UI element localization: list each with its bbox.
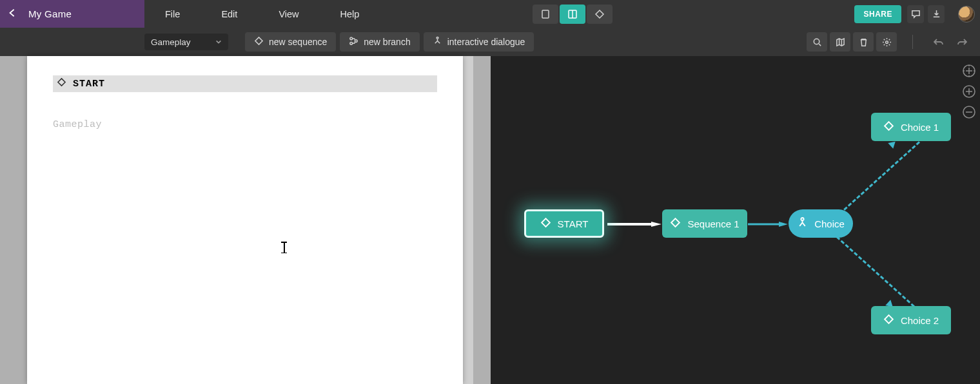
zoom-controls: [962, 64, 976, 119]
settings-button[interactable]: [876, 32, 897, 52]
map-button[interactable]: [830, 32, 850, 52]
scene-dropdown-value: Gameplay: [151, 37, 191, 47]
node-choice[interactable]: Choice: [789, 209, 853, 238]
editor-scrollbar[interactable]: [463, 56, 473, 384]
undo-button[interactable]: [932, 35, 945, 48]
start-label: START: [73, 79, 105, 90]
diamond-icon: [883, 314, 894, 327]
back-section: My Game: [0, 0, 144, 28]
layout-split-button[interactable]: [560, 5, 585, 24]
interactive-dialogue-button[interactable]: interactive dialogue: [424, 32, 534, 52]
user-avatar[interactable]: [958, 6, 975, 23]
diamond-icon: [883, 120, 894, 133]
interactive-dialogue-label: interactive dialogue: [447, 37, 525, 47]
diamond-icon: [670, 217, 681, 230]
svg-point-8: [885, 41, 888, 43]
node-start-label: START: [558, 218, 589, 229]
layout-diamond-button[interactable]: [587, 5, 612, 24]
comment-icon[interactable]: [907, 5, 924, 23]
delete-button[interactable]: [853, 32, 874, 52]
node-choice-label: Choice: [814, 218, 845, 229]
svg-marker-12: [779, 222, 788, 227]
menu-help[interactable]: Help: [320, 0, 380, 28]
arrow-start-to-seq: [607, 222, 662, 227]
menu-edit[interactable]: Edit: [201, 0, 258, 28]
node-choice-2-label: Choice 2: [901, 315, 939, 326]
node-choice-2[interactable]: Choice 2: [871, 306, 951, 334]
new-branch-label: new branch: [364, 37, 410, 47]
node-choice-1[interactable]: Choice 1: [871, 113, 951, 141]
share-button[interactable]: SHARE: [854, 5, 901, 23]
menu-bar: File Edit View Help: [144, 0, 380, 28]
svg-point-7: [814, 39, 819, 44]
title-bar: My Game File Edit View Help SHARE: [0, 0, 980, 28]
svg-point-6: [436, 37, 438, 39]
arrow-choice-to-c2: [832, 232, 919, 311]
scene-dropdown[interactable]: Gameplay: [144, 34, 228, 50]
diamond-icon: [254, 36, 264, 48]
diamond-icon: [540, 217, 551, 230]
back-icon[interactable]: [8, 8, 17, 20]
start-heading[interactable]: START: [53, 75, 437, 92]
script-page[interactable]: START Gameplay: [27, 56, 463, 384]
branch-icon: [797, 217, 808, 230]
node-start[interactable]: START: [524, 209, 604, 238]
svg-rect-0: [542, 10, 549, 18]
new-sequence-button[interactable]: new sequence: [245, 32, 336, 52]
toolbar: Gameplay new sequence new branch interac…: [0, 28, 980, 56]
new-branch-button[interactable]: new branch: [340, 32, 419, 52]
text-cursor: [284, 242, 284, 253]
node-choice-1-label: Choice 1: [901, 122, 939, 133]
main-area: START Gameplay START Sequence 1 Choice: [0, 56, 980, 384]
graph-pane[interactable]: START Sequence 1 Choice Choice 1 Choice …: [491, 56, 980, 384]
svg-point-3: [350, 37, 353, 40]
editor-pane: START Gameplay: [0, 56, 491, 384]
arrow-seq-to-choice: [748, 222, 788, 227]
editor-placeholder: Gameplay: [53, 119, 437, 130]
chevron-down-icon: [215, 37, 222, 47]
svg-point-4: [350, 42, 353, 44]
new-sequence-label: new sequence: [269, 37, 327, 47]
redo-button[interactable]: [956, 35, 968, 48]
download-icon[interactable]: [928, 5, 945, 23]
diamond-icon: [57, 77, 66, 90]
search-button[interactable]: [807, 32, 827, 52]
menu-view[interactable]: View: [258, 0, 319, 28]
project-title: My Game: [28, 8, 72, 19]
menu-file[interactable]: File: [144, 0, 201, 28]
node-sequence-1[interactable]: Sequence 1: [662, 209, 747, 238]
svg-point-13: [801, 218, 804, 220]
arrow-choice-to-c1: [835, 141, 920, 218]
zoom-in-button[interactable]: [962, 84, 976, 99]
zoom-fit-button[interactable]: [962, 64, 976, 78]
dialogue-icon: [433, 36, 442, 48]
branch-icon: [349, 36, 358, 48]
svg-marker-10: [651, 222, 662, 227]
zoom-out-button[interactable]: [962, 105, 976, 119]
separator: [912, 35, 913, 49]
svg-point-5: [355, 40, 358, 43]
node-sequence-1-label: Sequence 1: [687, 218, 739, 229]
layout-single-button[interactable]: [533, 5, 558, 24]
